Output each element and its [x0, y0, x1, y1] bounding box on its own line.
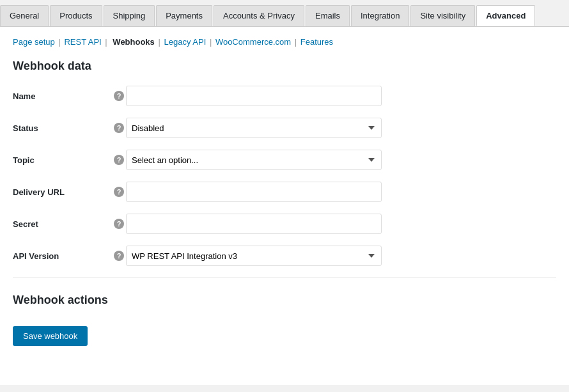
secret-help-icon[interactable]: ?: [114, 219, 124, 229]
breadcrumb: Page setup | REST API | Webhooks | Legac…: [13, 37, 556, 47]
status-label: Status: [13, 123, 112, 133]
api-version-help-icon[interactable]: ?: [114, 251, 124, 261]
name-help[interactable]: ?: [112, 91, 126, 101]
breadcrumb-page-setup[interactable]: Page setup: [13, 37, 55, 47]
api-version-help[interactable]: ?: [112, 251, 126, 261]
delivery-url-help[interactable]: ?: [112, 187, 126, 197]
status-field-row: Status ? Disabled Active Paused: [13, 118, 556, 138]
delivery-url-input[interactable]: [126, 182, 382, 202]
breadcrumb-sep-3: |: [158, 37, 162, 47]
secret-input[interactable]: [126, 214, 382, 234]
status-help-icon[interactable]: ?: [114, 123, 124, 133]
secret-label: Secret: [13, 219, 112, 229]
topic-input-wrapper: Select an option... Order created Order …: [126, 150, 556, 170]
name-input[interactable]: [126, 86, 382, 106]
api-version-input-wrapper: WP REST API Integration v3 WP REST API I…: [126, 246, 556, 266]
tab-accounts-privacy[interactable]: Accounts & Privacy: [214, 5, 304, 26]
tab-bar: General Products Shipping Payments Accou…: [0, 0, 569, 27]
delivery-url-help-icon[interactable]: ?: [114, 187, 124, 197]
section-divider: [13, 278, 556, 278]
breadcrumb-sep-4: |: [210, 37, 214, 47]
name-field-row: Name ?: [13, 86, 556, 106]
breadcrumb-sep-1: |: [58, 37, 63, 47]
tab-emails[interactable]: Emails: [306, 5, 350, 26]
tab-products[interactable]: Products: [50, 5, 102, 26]
breadcrumb-sep-2: |: [105, 37, 107, 47]
breadcrumb-woocommerce[interactable]: WooCommerce.com: [215, 37, 291, 47]
tab-advanced[interactable]: Advanced: [476, 5, 535, 26]
breadcrumb-webhooks: Webhooks: [113, 37, 155, 47]
tab-integration[interactable]: Integration: [351, 5, 409, 26]
save-webhook-button[interactable]: Save webhook: [13, 326, 88, 346]
breadcrumb-features[interactable]: Features: [300, 37, 333, 47]
breadcrumb-rest-api[interactable]: REST API: [64, 37, 101, 47]
tab-payments[interactable]: Payments: [156, 5, 212, 26]
delivery-url-field-row: Delivery URL ?: [13, 182, 556, 202]
topic-select[interactable]: Select an option... Order created Order …: [126, 150, 382, 170]
secret-field-row: Secret ?: [13, 214, 556, 234]
name-input-wrapper: [126, 86, 556, 106]
secret-input-wrapper: [126, 214, 556, 234]
secret-help[interactable]: ?: [112, 219, 126, 229]
delivery-url-label: Delivery URL: [13, 187, 112, 197]
section1-title: Webhook data: [13, 59, 556, 73]
tab-site-visibility[interactable]: Site visibility: [410, 5, 475, 26]
topic-help-icon[interactable]: ?: [114, 155, 124, 165]
topic-help[interactable]: ?: [112, 155, 126, 165]
status-select[interactable]: Disabled Active Paused: [126, 118, 382, 138]
breadcrumb-sep-5: |: [295, 37, 299, 47]
status-input-wrapper: Disabled Active Paused: [126, 118, 556, 138]
section2-title: Webhook actions: [13, 294, 556, 307]
tab-general[interactable]: General: [0, 5, 49, 26]
topic-label: Topic: [13, 155, 112, 165]
tab-shipping[interactable]: Shipping: [104, 5, 155, 26]
delivery-url-input-wrapper: [126, 182, 556, 202]
topic-field-row: Topic ? Select an option... Order create…: [13, 150, 556, 170]
status-help[interactable]: ?: [112, 123, 126, 133]
api-version-label: API Version: [13, 251, 112, 261]
name-help-icon[interactable]: ?: [114, 91, 124, 101]
breadcrumb-legacy-api[interactable]: Legacy API: [164, 37, 206, 47]
content-area: Page setup | REST API | Webhooks | Legac…: [0, 27, 569, 385]
api-version-field-row: API Version ? WP REST API Integration v3…: [13, 246, 556, 266]
api-version-select[interactable]: WP REST API Integration v3 WP REST API I…: [126, 246, 382, 266]
name-label: Name: [13, 91, 112, 101]
